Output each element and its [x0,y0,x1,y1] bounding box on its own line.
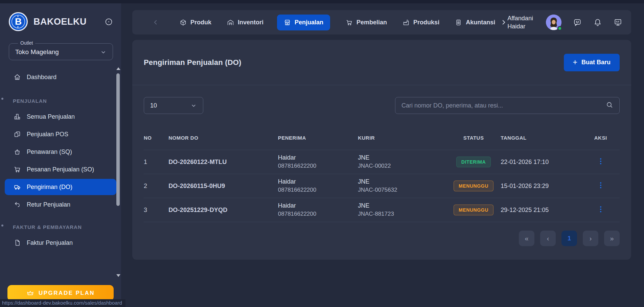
nav-item-akuntansi[interactable]: Akuntansi [455,19,495,26]
table-row: 2 DO-20260115-0HU9 Haidar 087816622200 J… [144,174,620,198]
do-table: NO NOMOR DO PENERIMA KURIR STATUS TANGGA… [144,132,620,222]
avatar[interactable] [546,15,561,30]
nav-item-pembelian[interactable]: Pembelian [346,19,387,26]
status-badge: MENUNGGU [454,181,493,191]
sidebar-item-label: Penjualan POS [27,131,68,138]
pagination-next-button[interactable]: › [583,231,598,246]
create-new-label: Buat Baru [581,59,611,66]
outlet-select[interactable]: Outlet Toko Magelang [9,43,113,60]
sidebar-section-penjualan: PENJUALAN [0,87,121,107]
col-header-aksi: AKSI [581,135,620,141]
outlet-label: Outlet [18,40,35,46]
scroll-up-icon[interactable] [116,67,120,70]
chevron-down-icon [100,49,107,55]
scrollbar-thumb[interactable] [116,73,120,206]
sidebar-collapse-icon[interactable] [105,18,113,26]
page-size-select[interactable]: 10 [144,97,203,114]
col-header-kurir: KURIR [358,135,446,141]
col-header-nomor-do: NOMOR DO [168,135,278,141]
warehouse-icon [227,19,234,26]
cell-penerima-telp: 087816622200 [278,186,358,194]
nav-item-label: Inventori [238,19,263,26]
sidebar-section-faktur-pembayaran: FAKTUR & PEMBAYARAN [0,214,121,233]
brand-logo: B [9,12,28,31]
brand-header: B BAKOELKU [0,3,121,31]
nav-item-penjualan[interactable]: Penjualan [277,15,330,30]
cell-penerima-nama: Haidar [278,154,358,162]
col-header-tanggal: TANGGAL [501,135,581,141]
sidebar: B BAKOELKU Outlet Toko Magelang Dashboar… [0,3,121,307]
bitcoin-b-icon: B [15,17,22,26]
cell-nomor-do: DO-20260122-MTLU [168,159,278,166]
section-bullet-icon [1,98,3,100]
cell-nomor-do: DO-20260115-0HU9 [168,183,278,190]
sidebar-item-dashboard[interactable]: Dashboard [5,69,116,85]
sidebar-scrollbar[interactable] [115,67,121,277]
factory-icon [402,19,410,26]
card-header: Pengiriman Penjualan (DO) + Buat Baru [132,40,631,85]
cell-kurir: JNE [358,154,446,162]
sidebar-item-label: Semua Penjualan [27,113,75,120]
cell-penerima-telp: 087816622200 [278,210,358,218]
pagination-prev-button[interactable]: ‹ [540,231,556,246]
upgrade-plan-button[interactable]: UPGRADE PLAN [7,285,114,301]
nav-item-inventori[interactable]: Inventori [227,19,263,26]
pagination-last-button[interactable]: » [604,231,620,246]
nav-scroll-right-icon[interactable] [500,19,507,26]
top-nav: Produk Inventori Penjualan Pembelian Pro… [132,10,631,34]
nav-item-label: Penjualan [295,19,323,26]
sidebar-item-label: Pesanan Penjualan (SO) [27,166,94,173]
cell-kurir: JNE [358,178,446,186]
page-title: Pengiriman Penjualan (DO) [144,58,242,67]
nav-scroll-left-icon[interactable] [152,19,159,26]
bell-icon[interactable] [593,18,602,27]
page-size-value: 10 [150,102,157,109]
cell-penerima-telp: 087816622200 [278,162,358,170]
online-status-dot [557,26,562,31]
sidebar-item-retur-penjualan[interactable]: Retur Penjualan [5,196,116,213]
document-icon [14,239,21,246]
row-actions-kebab-icon[interactable] [597,156,605,167]
sidebar-item-label: Faktur Penjualan [27,239,73,246]
col-header-status: STATUS [446,135,501,141]
table-row: 3 DO-20251229-DYQD Haidar 087816622200 J… [144,198,620,222]
sidebar-item-label: Retur Penjualan [27,201,70,208]
chat-icon[interactable] [573,18,582,27]
cart-icon [346,19,353,26]
sidebar-item-pesanan-penjualan-so[interactable]: Pesanan Penjualan (SO) [5,161,116,178]
bar-chart-icon [14,113,21,120]
sidebar-item-penjualan-pos[interactable]: Penjualan POS [5,126,116,142]
user-name[interactable]: Affandani Haidar [507,14,537,31]
sidebar-item-label: Penawaran (SQ) [27,148,72,156]
create-new-button[interactable]: + Buat Baru [564,54,620,71]
sidebar-item-semua-penjualan[interactable]: Semua Penjualan [5,109,116,125]
sidebar-item-faktur-penjualan[interactable]: Faktur Penjualan [5,235,116,251]
main-area: Produk Inventori Penjualan Pembelian Pro… [121,3,644,307]
outlet-value: Toko Magelang [15,48,59,56]
cell-penerima-nama: Haidar [278,178,358,186]
sidebar-item-pengiriman-do[interactable]: Pengiriman (DO) [5,179,116,195]
nav-item-produk[interactable]: Produk [180,19,211,26]
row-actions-kebab-icon[interactable] [597,180,605,191]
scroll-down-icon[interactable] [116,274,120,277]
store-icon [284,19,291,26]
pos-copy-icon [14,131,21,138]
box-icon [180,19,187,26]
row-actions-kebab-icon[interactable] [597,204,605,215]
table-header-row: NO NOMOR DO PENERIMA KURIR STATUS TANGGA… [144,132,620,150]
search-input[interactable] [401,102,606,109]
monitor-icon[interactable] [614,18,622,27]
cell-no: 2 [144,183,168,190]
calculator-icon [455,19,462,26]
brand-name: BAKOELKU [33,17,87,27]
pagination-current-page[interactable]: 1 [561,231,577,246]
pagination-first-button[interactable]: « [519,231,534,246]
section-label: PENJUALAN [13,98,47,104]
nav-item-label: Produksi [413,19,439,26]
search-box[interactable] [395,97,620,114]
nav-item-label: Pembelian [356,19,387,26]
sidebar-item-penawaran-sq[interactable]: Penawaran (SQ) [5,144,116,160]
nav-item-produksi[interactable]: Produksi [402,19,439,26]
crown-icon [26,289,34,297]
status-badge: DITERIMA [456,157,491,167]
